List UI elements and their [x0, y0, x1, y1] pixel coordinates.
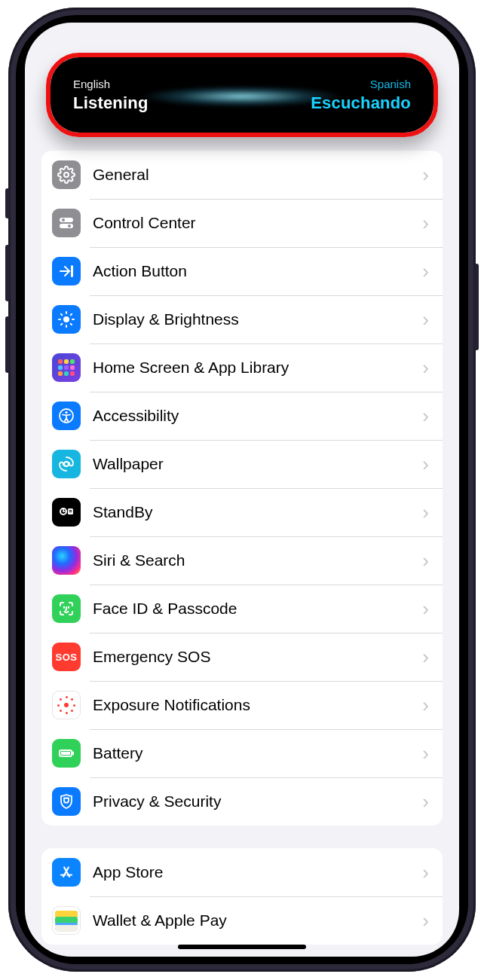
- sos-icon: SOS: [52, 643, 81, 671]
- svg-point-0: [64, 172, 69, 177]
- control-center-icon: [52, 209, 81, 237]
- settings-row-wallet[interactable]: Wallet & Apple Pay ›: [41, 896, 443, 945]
- settings-row-standby[interactable]: StandBy ›: [41, 488, 443, 536]
- settings-label: General: [93, 166, 410, 184]
- svg-line-10: [71, 324, 72, 325]
- svg-line-13: [61, 324, 62, 325]
- chevron-right-icon: ›: [422, 260, 430, 283]
- svg-line-9: [61, 314, 62, 315]
- volume-down-button: [5, 316, 10, 373]
- svg-line-14: [71, 314, 72, 315]
- chevron-right-icon: ›: [422, 861, 430, 884]
- settings-row-siri[interactable]: Siri & Search ›: [41, 536, 443, 585]
- svg-point-16: [65, 411, 67, 414]
- settings-row-app-store[interactable]: App Store ›: [41, 848, 443, 896]
- svg-rect-27: [61, 752, 70, 755]
- svg-point-4: [68, 224, 71, 227]
- translate-source-lang: English: [73, 78, 149, 90]
- settings-group-main: General › Control Center › Action Button…: [41, 151, 443, 826]
- screen: English Listening Spanish Escuchando Gen…: [25, 23, 459, 957]
- settings-label: Home Screen & App Library: [93, 359, 410, 377]
- settings-row-action-button[interactable]: Action Button ›: [41, 247, 443, 295]
- settings-label: Control Center: [93, 214, 410, 232]
- phone-frame: English Listening Spanish Escuchando Gen…: [8, 8, 476, 972]
- settings-group-store: App Store › Wallet & Apple Pay ›: [41, 848, 443, 945]
- accessibility-icon: [52, 401, 81, 430]
- settings-label: Action Button: [93, 262, 410, 280]
- settings-label: Display & Brightness: [93, 310, 410, 328]
- chevron-right-icon: ›: [422, 501, 430, 524]
- battery-icon: [52, 739, 81, 768]
- settings-label: Wallet & Apple Pay: [93, 911, 410, 930]
- chevron-right-icon: ›: [422, 909, 430, 933]
- settings-row-home-screen[interactable]: Home Screen & App Library ›: [41, 343, 443, 392]
- settings-label: App Store: [93, 863, 410, 881]
- chevron-right-icon: ›: [422, 790, 430, 814]
- settings-row-display[interactable]: Display & Brightness ›: [41, 295, 443, 343]
- translate-target-lang: Spanish: [370, 78, 411, 90]
- settings-row-wallpaper[interactable]: Wallpaper ›: [41, 440, 443, 488]
- action-button-icon: [52, 257, 81, 285]
- settings-label: Exposure Notifications: [93, 696, 410, 714]
- settings-label: Wallpaper: [93, 455, 410, 473]
- home-screen-icon: [52, 353, 81, 382]
- chevron-right-icon: ›: [422, 646, 430, 669]
- display-brightness-icon: [52, 305, 81, 334]
- chevron-right-icon: ›: [422, 453, 430, 476]
- privacy-icon: [52, 787, 81, 816]
- settings-label: Siri & Search: [93, 551, 410, 569]
- translate-overlay-highlight: English Listening Spanish Escuchando: [46, 53, 438, 137]
- silent-switch: [5, 188, 10, 218]
- settings-label: Battery: [93, 744, 410, 762]
- settings-label: Face ID & Passcode: [93, 600, 410, 618]
- svg-rect-1: [60, 218, 73, 222]
- settings-label: StandBy: [93, 503, 410, 521]
- settings-row-sos[interactable]: SOS Emergency SOS ›: [41, 633, 443, 681]
- translate-source-status: Listening: [73, 93, 149, 113]
- settings-row-general[interactable]: General ›: [41, 151, 443, 199]
- settings-label: Emergency SOS: [93, 648, 410, 666]
- settings-row-faceid[interactable]: Face ID & Passcode ›: [41, 585, 443, 633]
- translate-target-column: Spanish Escuchando: [311, 78, 411, 113]
- settings-row-control-center[interactable]: Control Center ›: [41, 199, 443, 247]
- chevron-right-icon: ›: [422, 694, 430, 717]
- translate-source-column: English Listening: [73, 78, 149, 113]
- wallpaper-icon: [52, 450, 81, 478]
- general-icon: [52, 160, 81, 189]
- siri-icon: [52, 546, 81, 575]
- home-indicator[interactable]: [178, 945, 306, 949]
- svg-rect-5: [71, 265, 73, 277]
- settings-label: Privacy & Security: [93, 792, 410, 811]
- settings-row-battery[interactable]: Battery ›: [41, 729, 443, 777]
- exposure-icon: [52, 691, 81, 719]
- wallet-icon: [52, 906, 81, 935]
- chevron-right-icon: ›: [422, 308, 430, 331]
- settings-label: Accessibility: [93, 407, 410, 425]
- translate-target-status: Escuchando: [311, 93, 411, 113]
- faceid-icon: [52, 594, 81, 623]
- app-store-icon: [52, 858, 81, 887]
- svg-point-6: [63, 316, 69, 322]
- chevron-right-icon: ›: [422, 163, 430, 187]
- settings-row-accessibility[interactable]: Accessibility ›: [41, 392, 443, 440]
- svg-point-3: [62, 218, 65, 221]
- chevron-right-icon: ›: [422, 212, 430, 235]
- chevron-right-icon: ›: [422, 356, 430, 380]
- standby-icon: [52, 498, 81, 527]
- chevron-right-icon: ›: [422, 742, 430, 765]
- side-button: [474, 264, 479, 350]
- chevron-right-icon: ›: [422, 549, 430, 572]
- volume-up-button: [5, 245, 10, 301]
- settings-row-exposure[interactable]: Exposure Notifications ›: [41, 681, 443, 729]
- settings-row-privacy[interactable]: Privacy & Security ›: [41, 777, 443, 826]
- chevron-right-icon: ›: [422, 597, 430, 621]
- chevron-right-icon: ›: [422, 405, 430, 428]
- translate-overlay[interactable]: English Listening Spanish Escuchando: [51, 57, 433, 133]
- svg-rect-2: [60, 224, 73, 228]
